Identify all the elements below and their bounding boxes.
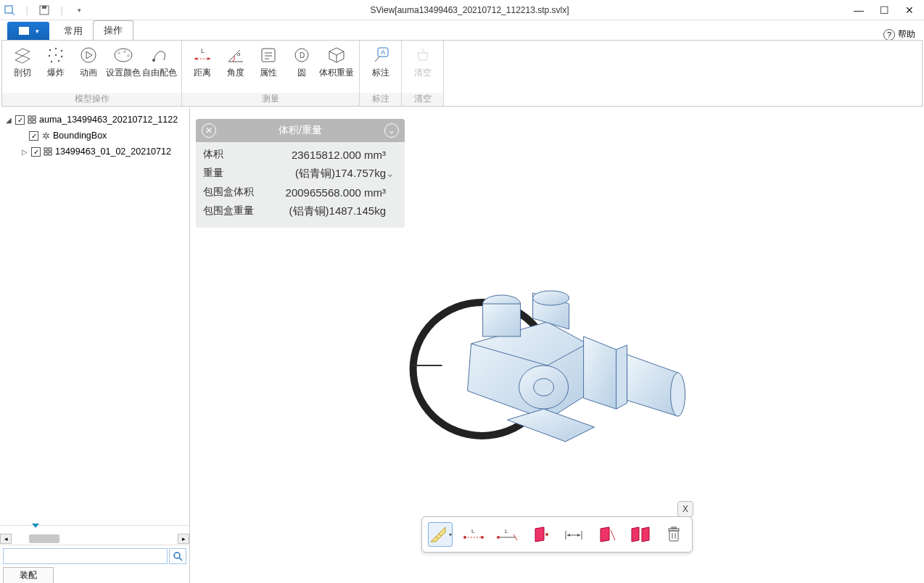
tool-explode[interactable]: 爆炸 (40, 44, 72, 79)
tree-root-row[interactable]: ◢ ✓ auma_13499463_20210712_1122 (0, 112, 189, 128)
tool-volume-mass[interactable]: 体积重量 (319, 44, 355, 79)
scroll-thumb[interactable] (29, 534, 59, 543)
svg-point-13 (60, 56, 62, 57)
tree-child-row[interactable]: ▷ ✓ 13499463_01_02_20210712 (0, 144, 189, 160)
svg-point-76 (463, 536, 466, 539)
help-label[interactable]: 帮助 (898, 28, 915, 41)
tree-search-input[interactable] (3, 548, 168, 564)
tool-distance[interactable]: L距离 (186, 44, 218, 79)
svg-point-20 (123, 50, 126, 53)
vol-value: 23615812.000 mm³ (261, 149, 386, 161)
float-plane1-icon[interactable] (528, 522, 553, 547)
svg-point-63 (533, 291, 569, 305)
mass-dropdown-icon[interactable]: ⌄ (386, 168, 397, 179)
svg-point-65 (534, 379, 554, 396)
expand-icon[interactable]: ▷ (20, 147, 29, 156)
checkbox-icon[interactable]: ✓ (15, 115, 25, 125)
qat-save-icon[interactable] (38, 4, 51, 17)
svg-marker-6 (15, 56, 30, 63)
tool-angle[interactable]: a角度 (220, 44, 252, 79)
tool-animation[interactable]: 动画 (73, 44, 104, 79)
svg-point-12 (54, 54, 56, 56)
float-between-icon[interactable] (561, 522, 586, 547)
collapse-icon[interactable]: ◢ (4, 115, 13, 124)
3d-model[interactable] (399, 264, 704, 467)
scroll-right-icon[interactable]: ▸ (178, 534, 189, 544)
tool-setcolor[interactable]: 设置颜色 (106, 44, 141, 79)
tree-bbox-row[interactable]: ✓ ✲ BoundingBox (0, 128, 189, 144)
assembly-icon (43, 146, 53, 157)
svg-marker-67 (616, 345, 627, 409)
float-trash-icon[interactable] (661, 522, 686, 547)
close-button[interactable]: ✕ (905, 4, 914, 16)
checkbox-icon[interactable]: ✓ (29, 131, 38, 141)
svg-rect-0 (5, 6, 12, 13)
svg-point-8 (49, 49, 50, 51)
tool-autocolor[interactable]: 自由配色 (142, 44, 177, 79)
svg-rect-93 (669, 531, 678, 541)
svg-marker-7 (15, 49, 30, 56)
svg-point-52 (174, 553, 180, 558)
float-two-plane-icon[interactable] (628, 522, 653, 547)
checkbox-icon[interactable]: ✓ (31, 147, 41, 157)
svg-line-53 (179, 558, 182, 561)
maximize-button[interactable]: ☐ (880, 4, 889, 16)
svg-marker-87 (567, 534, 570, 537)
tool-section[interactable]: 剖切 (7, 44, 38, 79)
mass-value: (铝青铜)174.757kg (261, 167, 386, 181)
float-dist2-icon[interactable]: L (495, 522, 519, 547)
qat-dropdown-icon[interactable]: ▾ (73, 4, 86, 17)
tab-common[interactable]: 常用 (54, 22, 93, 41)
gear-icon: ✲ (41, 131, 51, 141)
svg-line-1 (12, 12, 15, 15)
file-menu-button[interactable]: ▾ (7, 22, 49, 41)
float-plane-line-icon[interactable] (595, 522, 619, 547)
svg-text:L: L (505, 528, 508, 534)
model-tree-panel: ◢ ✓ auma_13499463_20210712_1122 ✓ ✲ Boun… (0, 107, 190, 583)
svg-point-10 (60, 50, 62, 51)
svg-marker-82 (535, 527, 544, 542)
float-close-button[interactable]: X (677, 501, 693, 517)
svg-rect-3 (42, 6, 46, 9)
bbox-mass-value: (铝青铜)1487.145kg (261, 204, 386, 218)
svg-point-15 (57, 60, 59, 62)
svg-point-11 (48, 55, 49, 57)
minimize-button[interactable]: — (854, 4, 864, 16)
svg-rect-50 (44, 152, 47, 155)
assembly-icon (27, 115, 37, 125)
assembly-tab[interactable]: 装配 (3, 567, 54, 583)
svg-line-90 (611, 530, 615, 540)
float-ruler-icon[interactable]: ▾ (428, 522, 453, 547)
svg-line-37 (329, 51, 337, 55)
svg-point-21 (127, 54, 130, 57)
bbox-vol-value: 200965568.000 mm³ (261, 186, 386, 199)
tool-annotate[interactable]: A标注 (364, 44, 397, 79)
tab-operate[interactable]: 操作 (93, 20, 133, 41)
panel-close-icon[interactable]: ✕ (202, 123, 216, 138)
3d-viewport[interactable]: ✕ 体积/重量 ⌄ 体积23615812.000 mm³ 重量(铝青铜)174.… (190, 107, 924, 583)
window-title: SView[auma13499463_20210712_112213.stp.s… (86, 5, 854, 15)
qat-zoom-icon[interactable] (3, 4, 16, 17)
tree-search-button[interactable] (169, 548, 186, 564)
svg-text:A: A (381, 49, 385, 56)
svg-rect-49 (49, 148, 51, 151)
float-dist1-icon[interactable]: L (461, 522, 486, 547)
svg-text:L: L (201, 47, 205, 54)
svg-point-22 (152, 59, 155, 62)
tree-child-label: 13499463_01_02_20210712 (55, 146, 171, 157)
scroll-left-icon[interactable]: ◂ (0, 534, 12, 544)
svg-point-9 (54, 48, 56, 49)
tool-circle[interactable]: D圆 (286, 44, 318, 79)
mass-label: 重量 (203, 167, 261, 180)
svg-rect-46 (28, 120, 31, 123)
help-icon[interactable]: ? (883, 29, 895, 41)
svg-point-19 (117, 51, 120, 54)
svg-point-77 (481, 536, 484, 539)
svg-line-42 (375, 57, 379, 62)
ribbon: 剖切 爆炸 动画 设置颜色 自由配色 模型操作 L距离 a角度 属性 D圆 体积… (1, 40, 923, 107)
tool-property[interactable]: 属性 (252, 44, 284, 79)
panel-collapse-icon[interactable]: ⌄ (384, 123, 399, 138)
svg-marker-26 (207, 57, 210, 60)
svg-marker-89 (601, 527, 609, 542)
tree-hscroll[interactable]: ◂ ▸ (0, 534, 189, 545)
